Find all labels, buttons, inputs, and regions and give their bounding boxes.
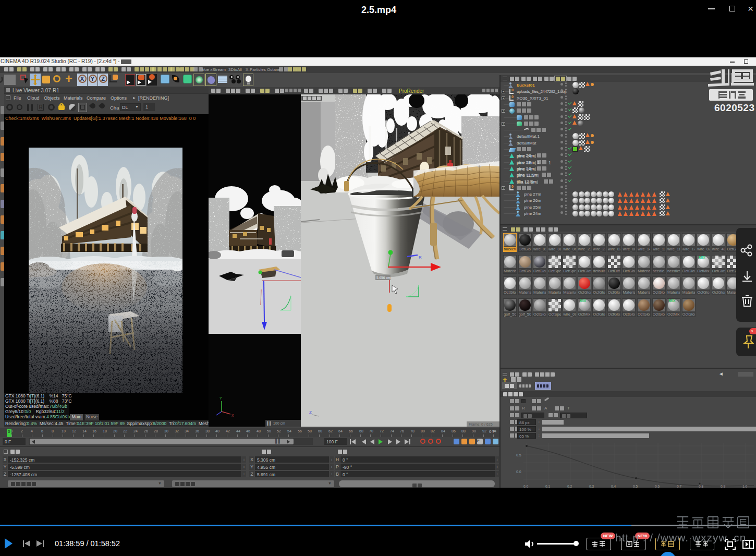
svg-text:X: X — [231, 414, 234, 417]
svg-text:0.8: 0.8 — [699, 485, 703, 488]
svg-text:5.656 cm: 5.656 cm — [376, 276, 391, 280]
svg-text:0.9: 0.9 — [721, 485, 725, 488]
svg-text:0.7: 0.7 — [677, 485, 681, 488]
svg-text:0.0: 0.0 — [516, 470, 521, 474]
svg-text:0.3: 0.3 — [589, 485, 594, 488]
svg-text:1.0: 1.0 — [742, 485, 747, 488]
svg-text:0.0: 0.0 — [523, 485, 528, 488]
svg-text:6020523: 6020523 — [714, 102, 754, 113]
svg-text:0.5: 0.5 — [516, 453, 521, 457]
svg-text:0.5: 0.5 — [633, 485, 638, 488]
svg-text:R: R — [419, 255, 422, 260]
svg-text:Frame: 0 / 625: Frame: 0 / 625 — [469, 422, 493, 426]
svg-text:Y: Y — [220, 396, 222, 400]
svg-text:0.1: 0.1 — [545, 485, 550, 488]
svg-text:Z: Z — [309, 410, 312, 415]
svg-text:0.6: 0.6 — [655, 485, 660, 488]
svg-text:0.2: 0.2 — [567, 485, 572, 488]
svg-text:0.4: 0.4 — [611, 485, 616, 488]
